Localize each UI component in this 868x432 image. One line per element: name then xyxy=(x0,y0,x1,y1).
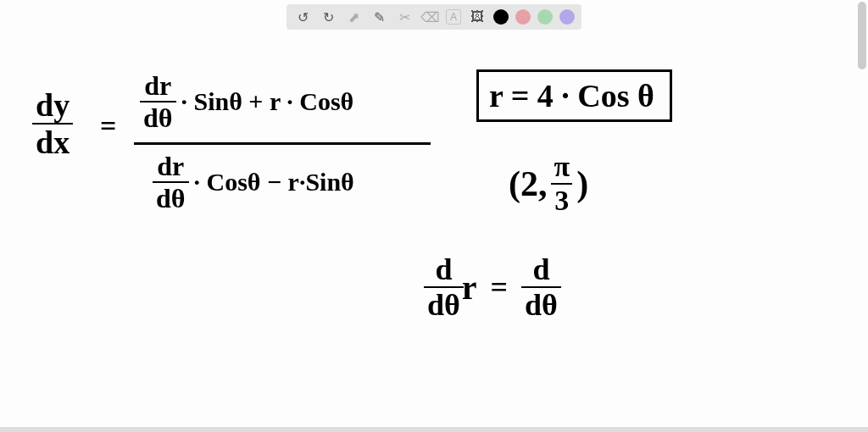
image-tool[interactable]: 🖼 xyxy=(468,8,487,26)
denominator-rest: · Cosθ − r·Sinθ xyxy=(194,168,354,197)
color-red[interactable] xyxy=(515,9,531,25)
color-purple[interactable] xyxy=(559,9,575,25)
boxed-equation: r = 4 · Cos θ xyxy=(476,69,672,122)
equals-1: = xyxy=(100,110,116,142)
dy-numerator: dy xyxy=(32,89,73,123)
eraser-tool[interactable]: ⌫ xyxy=(420,8,439,26)
r-variable: r xyxy=(462,268,477,307)
undo-button[interactable]: ↺ xyxy=(293,8,312,26)
dtheta-den-top: dθ xyxy=(140,101,176,131)
dr-num-bot: dr xyxy=(153,152,187,181)
pen-tool[interactable]: ✎ xyxy=(370,8,388,26)
text-tool[interactable]: A xyxy=(446,9,461,25)
dtheta-den-2: dθ xyxy=(521,286,561,320)
whiteboard-canvas[interactable]: dy dx = dr dθ · Sinθ + r · Cosθ dr dθ · … xyxy=(0,34,868,432)
dtheta-den-bot: dθ xyxy=(153,181,189,212)
boxed-text: r = 4 · Cos θ xyxy=(489,78,654,114)
three-den: 3 xyxy=(551,183,572,215)
dtheta-den-1: dθ xyxy=(424,286,464,320)
point-close: ) xyxy=(576,163,588,204)
equals-2: = xyxy=(491,269,509,305)
main-fraction-bar xyxy=(134,142,431,145)
pi-num: π xyxy=(551,152,574,183)
rhs-numerator: dr dθ · Sinθ + r · Cosθ xyxy=(140,72,353,131)
d-num-2: d xyxy=(529,254,553,286)
toolbar: ↺ ↻ ⬈ ✎ ✂ ⌫ A 🖼 xyxy=(287,4,581,30)
color-black[interactable] xyxy=(493,9,509,25)
point-open: (2, xyxy=(509,163,548,204)
numerator-rest: · Sinθ + r · Cosθ xyxy=(181,87,354,116)
dx-denominator: dx xyxy=(32,123,73,158)
pointer-tool[interactable]: ⬈ xyxy=(344,8,363,26)
dydx-fraction: dy dx xyxy=(32,89,73,158)
dr-num-top: dr xyxy=(141,72,175,101)
color-green[interactable] xyxy=(537,9,553,25)
redo-button[interactable]: ↻ xyxy=(319,8,337,26)
d-num-1: d xyxy=(431,254,455,286)
rhs-denominator: dr dθ · Cosθ − r·Sinθ xyxy=(153,152,354,212)
derivative-line: d dθ r = d dθ xyxy=(424,254,561,320)
point-coords: (2, π 3 ) xyxy=(509,152,588,215)
scissors-tool[interactable]: ✂ xyxy=(395,8,414,26)
